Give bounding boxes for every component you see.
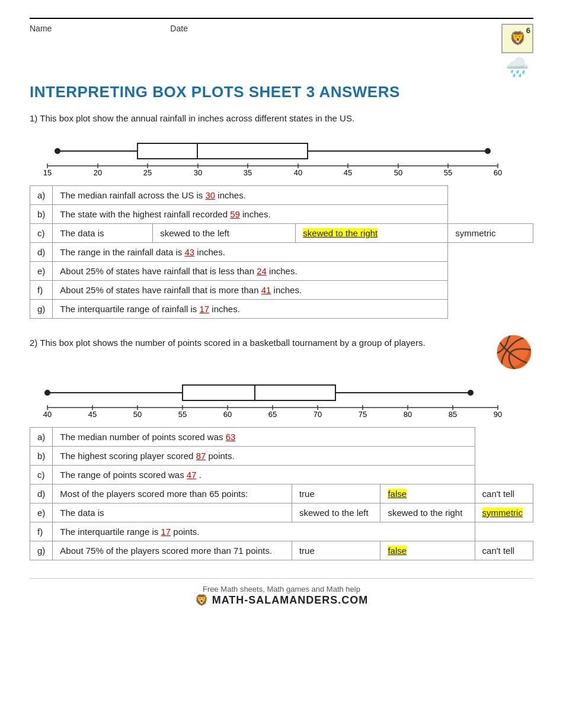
svg-point-26 — [485, 148, 491, 154]
logo-icon: 🦁 — [510, 31, 526, 46]
q2-row-g-cell2: true — [292, 541, 380, 560]
q2-c-value: 47 — [187, 470, 197, 480]
q2-f-value: 17 — [161, 527, 171, 537]
svg-text:70: 70 — [314, 410, 322, 419]
logo-box: 6 🦁 — [501, 24, 533, 53]
footer-brand-text: MATH-SALAMANDERS.COM — [212, 594, 369, 606]
top-bar: Name Date 6 🦁 🌧️ — [30, 18, 533, 78]
q2-row-e-cell4: symmetric — [475, 503, 533, 522]
q1-row-a-cell: The median rainfall across the US is 30 … — [53, 185, 448, 204]
row-label-b: b) — [30, 204, 53, 223]
q1-d-value: 43 — [184, 247, 194, 257]
q2-answer-table: a) The median number of points scored wa… — [30, 427, 533, 560]
table-row: g) About 75% of the players scored more … — [30, 541, 533, 560]
logo-number: 6 — [526, 26, 530, 35]
q2-row-g-cell4: can't tell — [475, 541, 533, 560]
q1-text: 1) This box plot show the annual rainfal… — [30, 112, 533, 126]
svg-text:15: 15 — [43, 168, 52, 177]
q2-boxplot: 40 45 50 55 60 65 70 75 80 85 90 — [30, 378, 533, 421]
svg-text:80: 80 — [404, 410, 412, 419]
table-row: f) About 25% of states have rainfall tha… — [30, 280, 533, 299]
q1-row-c-cell3: skewed to the right — [296, 223, 448, 242]
table-row: g) The interquartile range of rainfall i… — [30, 299, 533, 318]
svg-text:45: 45 — [344, 168, 352, 177]
q2-row-label-a: a) — [30, 427, 53, 446]
table-row: e) The data is skewed to the left skewed… — [30, 503, 533, 522]
svg-text:40: 40 — [294, 168, 302, 177]
q2-b-value: 87 — [196, 451, 206, 461]
svg-rect-23 — [137, 143, 308, 159]
q1-row-f-cell: About 25% of states have rainfall that i… — [53, 280, 448, 299]
q2-e-answer: symmetric — [482, 508, 523, 518]
table-row: b) The state with the highest rainfall r… — [30, 204, 533, 223]
q1-f-value: 41 — [261, 285, 271, 295]
svg-point-51 — [44, 390, 50, 396]
q2-row-label-e: e) — [30, 503, 53, 522]
row-label-f: f) — [30, 280, 53, 299]
q1-row-g-cell: The interquartile range of rainfall is 1… — [53, 299, 448, 318]
q2-header: 2) This box plot shows the number of poi… — [30, 336, 533, 367]
q1-row-d-cell: The range in the rainfall data is 43 inc… — [53, 242, 448, 261]
footer-icon: 🦁 — [195, 594, 212, 606]
footer-brand: 🦁 MATH-SALAMANDERS.COM — [30, 594, 533, 607]
page-title: INTERPRETING BOX PLOTS SHEET 3 ANSWERS — [30, 83, 533, 101]
svg-text:75: 75 — [359, 410, 367, 419]
name-date-area: Name Date — [30, 24, 188, 33]
q1-answer-table: a) The median rainfall across the US is … — [30, 185, 533, 319]
question-1-section: 1) This box plot show the annual rainfal… — [30, 112, 533, 319]
q1-c-answer: skewed to the right — [303, 228, 378, 238]
q1-row-b-cell: The state with the highest rainfall reco… — [53, 204, 448, 223]
table-row: a) The median number of points scored wa… — [30, 427, 533, 446]
row-label-g: g) — [30, 299, 53, 318]
basketball-icon: 🏀 — [495, 336, 533, 367]
q1-a-value: 30 — [205, 190, 215, 200]
table-row: f) The interquartile range is 17 points. — [30, 522, 533, 541]
q1-e-value: 24 — [257, 266, 267, 276]
table-row: c) The range of points scored was 47 . — [30, 465, 533, 484]
q2-d-answer: false — [388, 489, 407, 499]
logo-area: 6 🦁 🌧️ — [501, 24, 533, 78]
svg-text:45: 45 — [88, 410, 97, 419]
svg-text:55: 55 — [444, 168, 452, 177]
q1-boxplot-svg: 15 20 25 30 35 40 45 50 55 60 — [30, 136, 516, 178]
svg-text:65: 65 — [268, 410, 277, 419]
question-2-section: 2) This box plot shows the number of poi… — [30, 336, 533, 560]
q1-row-c-cell4: symmetric — [448, 223, 533, 242]
svg-text:40: 40 — [43, 410, 52, 419]
svg-point-22 — [55, 148, 60, 154]
row-label-c: c) — [30, 223, 53, 242]
q2-row-e-cell3: skewed to the right — [380, 503, 475, 522]
svg-text:55: 55 — [178, 410, 187, 419]
q1-boxplot: 15 20 25 30 35 40 45 50 55 60 — [30, 136, 533, 179]
table-row: b) The highest scoring player scored 87 … — [30, 446, 533, 465]
svg-text:20: 20 — [94, 168, 102, 177]
q2-row-label-f: f) — [30, 522, 53, 541]
svg-text:35: 35 — [244, 168, 252, 177]
q2-row-e-cell2: skewed to the left — [292, 503, 380, 522]
footer: Free Math sheets, Math games and Math he… — [30, 578, 533, 607]
row-label-a: a) — [30, 185, 53, 204]
svg-text:85: 85 — [449, 410, 457, 419]
q1-g-value: 17 — [199, 304, 209, 314]
table-row: c) The data is skewed to the left skewed… — [30, 223, 533, 242]
q2-a-value: 63 — [226, 432, 236, 442]
row-label-e: e) — [30, 261, 53, 280]
svg-text:30: 30 — [194, 168, 202, 177]
q2-row-e-cell1: The data is — [53, 503, 292, 522]
q1-row-c-cell1: The data is — [53, 223, 153, 242]
q2-row-f-cell: The interquartile range is 17 points. — [53, 522, 475, 541]
footer-line1: Free Math sheets, Math games and Math he… — [30, 585, 533, 594]
table-row: d) Most of the players scored more than … — [30, 484, 533, 503]
date-label: Date — [170, 24, 188, 33]
q2-row-d-cell2: true — [292, 484, 380, 503]
name-label: Name — [30, 24, 52, 33]
svg-text:50: 50 — [133, 410, 142, 419]
q1-b-value: 59 — [230, 209, 240, 219]
table-row: a) The median rainfall across the US is … — [30, 185, 533, 204]
svg-text:90: 90 — [494, 410, 502, 419]
table-row: e) About 25% of states have rainfall tha… — [30, 261, 533, 280]
row-label-d: d) — [30, 242, 53, 261]
svg-text:60: 60 — [494, 168, 502, 177]
q1-row-e-cell: About 25% of states have rainfall that i… — [53, 261, 448, 280]
svg-rect-52 — [183, 385, 335, 400]
